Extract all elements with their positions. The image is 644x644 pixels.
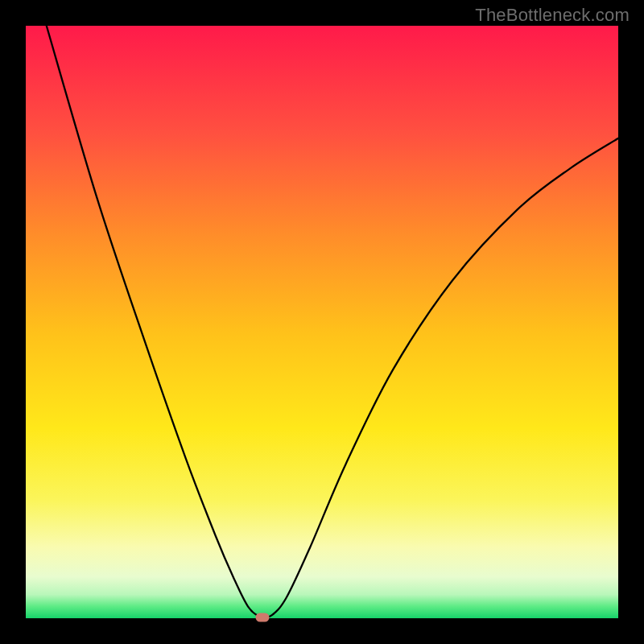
optimal-point-marker bbox=[256, 613, 270, 621]
watermark-text: TheBottleneck.com bbox=[475, 5, 630, 26]
chart-frame: TheBottleneck.com bbox=[0, 0, 644, 644]
bottleneck-curve bbox=[26, 26, 618, 618]
gradient-plot-area bbox=[26, 26, 618, 618]
